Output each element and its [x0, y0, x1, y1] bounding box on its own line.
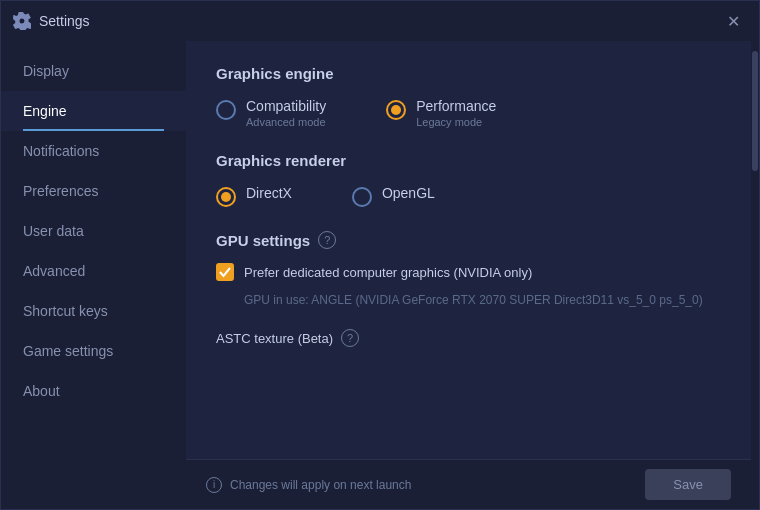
gpu-settings-header: GPU settings ?	[216, 231, 721, 249]
compatibility-option[interactable]: Compatibility Advanced mode	[216, 98, 326, 128]
graphics-engine-title: Graphics engine	[216, 65, 721, 82]
graphics-engine-options: Compatibility Advanced mode Performance …	[216, 98, 721, 128]
performance-radio[interactable]	[386, 100, 406, 120]
opengl-radio[interactable]	[352, 187, 372, 207]
sidebar-item-shortcut-keys[interactable]: Shortcut keys	[1, 291, 186, 331]
sidebar-item-game-settings[interactable]: Game settings	[1, 331, 186, 371]
opengl-label: OpenGL	[382, 185, 435, 201]
sidebar-item-user-data[interactable]: User data	[1, 211, 186, 251]
performance-option[interactable]: Performance Legacy mode	[386, 98, 496, 128]
save-button[interactable]: Save	[645, 469, 731, 500]
prefer-dedicated-gpu-checkbox[interactable]	[216, 263, 234, 281]
footer-info: i Changes will apply on next launch	[206, 477, 411, 493]
window-title: Settings	[39, 13, 90, 29]
settings-icon	[13, 12, 31, 30]
astc-texture-row: ASTC texture (Beta) ?	[216, 329, 721, 347]
gpu-settings-title: GPU settings	[216, 232, 310, 249]
sidebar-item-notifications[interactable]: Notifications	[1, 131, 186, 171]
astc-help-icon[interactable]: ?	[341, 329, 359, 347]
scrollbar-thumb[interactable]	[752, 51, 758, 171]
footer: i Changes will apply on next launch Save	[186, 459, 751, 509]
graphics-renderer-section: Graphics renderer DirectX OpenGL	[216, 152, 721, 207]
sidebar-item-advanced[interactable]: Advanced	[1, 251, 186, 291]
sidebar: Display Engine Notifications Preferences…	[1, 41, 186, 509]
sidebar-item-preferences[interactable]: Preferences	[1, 171, 186, 211]
directx-label: DirectX	[246, 185, 292, 201]
sidebar-item-display[interactable]: Display	[1, 51, 186, 91]
gpu-settings-section: GPU settings ? Prefer dedicated computer…	[216, 231, 721, 309]
graphics-renderer-title: Graphics renderer	[216, 152, 721, 169]
main-content: Graphics engine Compatibility Advanced m…	[186, 41, 751, 509]
compatibility-label: Compatibility Advanced mode	[246, 98, 326, 128]
directx-option[interactable]: DirectX	[216, 185, 292, 207]
graphics-engine-section: Graphics engine Compatibility Advanced m…	[216, 65, 721, 128]
graphics-renderer-options: DirectX OpenGL	[216, 185, 721, 207]
close-button[interactable]: ✕	[719, 7, 747, 35]
sidebar-item-engine[interactable]: Engine	[1, 91, 186, 131]
prefer-dedicated-gpu-row[interactable]: Prefer dedicated computer graphics (NVID…	[216, 263, 721, 281]
scrollbar[interactable]	[751, 41, 759, 509]
title-bar: Settings ✕	[1, 1, 759, 41]
opengl-option[interactable]: OpenGL	[352, 185, 435, 207]
gpu-info-text: GPU in use: ANGLE (NVIDIA GeForce RTX 20…	[244, 291, 721, 309]
info-icon: i	[206, 477, 222, 493]
content-area: Display Engine Notifications Preferences…	[1, 41, 759, 509]
settings-window: Settings ✕ Display Engine Notifications …	[0, 0, 760, 510]
compatibility-radio[interactable]	[216, 100, 236, 120]
gpu-help-icon[interactable]: ?	[318, 231, 336, 249]
directx-radio[interactable]	[216, 187, 236, 207]
performance-label: Performance Legacy mode	[416, 98, 496, 128]
astc-texture-label: ASTC texture (Beta)	[216, 331, 333, 346]
footer-info-text: Changes will apply on next launch	[230, 478, 411, 492]
prefer-dedicated-gpu-label: Prefer dedicated computer graphics (NVID…	[244, 265, 532, 280]
sidebar-item-about[interactable]: About	[1, 371, 186, 411]
